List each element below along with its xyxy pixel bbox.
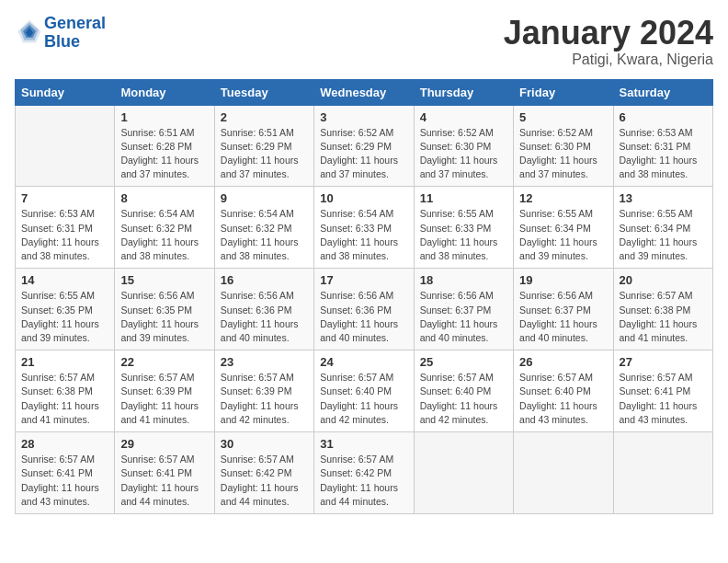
- calendar-cell: 1Sunrise: 6:51 AMSunset: 6:28 PMDaylight…: [115, 105, 214, 187]
- calendar-cell: 5Sunrise: 6:52 AMSunset: 6:30 PMDaylight…: [514, 105, 613, 187]
- calendar-cell: 25Sunrise: 6:57 AMSunset: 6:40 PMDayligh…: [414, 350, 513, 432]
- day-info: Sunrise: 6:53 AMSunset: 6:31 PMDaylight:…: [620, 126, 707, 182]
- day-number: 30: [221, 437, 308, 451]
- day-info: Sunrise: 6:57 AMSunset: 6:40 PMDaylight:…: [519, 371, 607, 427]
- calendar-cell: 22Sunrise: 6:57 AMSunset: 6:39 PMDayligh…: [115, 350, 214, 432]
- header-wednesday: Wednesday: [314, 79, 414, 105]
- day-info: Sunrise: 6:57 AMSunset: 6:41 PMDaylight:…: [21, 453, 108, 509]
- calendar-cell: 30Sunrise: 6:57 AMSunset: 6:42 PMDayligh…: [214, 432, 313, 514]
- day-number: 11: [420, 191, 507, 205]
- day-number: 23: [221, 355, 308, 369]
- day-number: 6: [620, 110, 707, 124]
- day-number: 18: [420, 273, 507, 287]
- header-sunday: Sunday: [16, 79, 115, 105]
- day-info: Sunrise: 6:51 AMSunset: 6:29 PMDaylight:…: [221, 126, 308, 182]
- calendar-cell: 3Sunrise: 6:52 AMSunset: 6:29 PMDaylight…: [314, 105, 414, 187]
- header-monday: Monday: [115, 79, 214, 105]
- day-info: Sunrise: 6:57 AMSunset: 6:42 PMDaylight:…: [221, 453, 308, 509]
- day-number: 27: [620, 355, 707, 369]
- day-info: Sunrise: 6:57 AMSunset: 6:40 PMDaylight:…: [420, 371, 507, 427]
- calendar-cell: 29Sunrise: 6:57 AMSunset: 6:41 PMDayligh…: [115, 432, 214, 514]
- day-number: 24: [320, 355, 407, 369]
- day-info: Sunrise: 6:51 AMSunset: 6:28 PMDaylight:…: [120, 126, 208, 182]
- calendar-cell: 16Sunrise: 6:56 AMSunset: 6:36 PMDayligh…: [214, 269, 313, 350]
- day-info: Sunrise: 6:55 AMSunset: 6:33 PMDaylight:…: [420, 207, 507, 263]
- day-info: Sunrise: 6:56 AMSunset: 6:37 PMDaylight:…: [420, 289, 507, 345]
- calendar-cell: 26Sunrise: 6:57 AMSunset: 6:40 PMDayligh…: [514, 350, 613, 432]
- calendar-header-row: SundayMondayTuesdayWednesdayThursdayFrid…: [16, 79, 713, 105]
- calendar-cell: 19Sunrise: 6:56 AMSunset: 6:37 PMDayligh…: [514, 269, 613, 350]
- day-info: Sunrise: 6:52 AMSunset: 6:29 PMDaylight:…: [320, 126, 407, 182]
- day-info: Sunrise: 6:56 AMSunset: 6:35 PMDaylight:…: [120, 289, 208, 345]
- calendar-table: SundayMondayTuesdayWednesdayThursdayFrid…: [15, 79, 713, 514]
- calendar-cell: 8Sunrise: 6:54 AMSunset: 6:32 PMDaylight…: [115, 187, 214, 269]
- day-info: Sunrise: 6:54 AMSunset: 6:32 PMDaylight:…: [120, 207, 208, 263]
- day-number: 5: [519, 110, 607, 124]
- calendar-cell: 31Sunrise: 6:57 AMSunset: 6:42 PMDayligh…: [314, 432, 414, 514]
- location: Patigi, Kwara, Nigeria: [504, 52, 713, 68]
- day-info: Sunrise: 6:52 AMSunset: 6:30 PMDaylight:…: [420, 126, 507, 182]
- header-tuesday: Tuesday: [214, 79, 313, 105]
- calendar-cell: [414, 432, 513, 514]
- calendar-week-1: 1Sunrise: 6:51 AMSunset: 6:28 PMDaylight…: [16, 105, 713, 187]
- day-number: 9: [221, 191, 308, 205]
- day-info: Sunrise: 6:55 AMSunset: 6:34 PMDaylight:…: [620, 207, 707, 263]
- header-saturday: Saturday: [613, 79, 712, 105]
- calendar-cell: 13Sunrise: 6:55 AMSunset: 6:34 PMDayligh…: [613, 187, 712, 269]
- calendar-cell: 28Sunrise: 6:57 AMSunset: 6:41 PMDayligh…: [16, 432, 115, 514]
- calendar-cell: 12Sunrise: 6:55 AMSunset: 6:34 PMDayligh…: [514, 187, 613, 269]
- day-info: Sunrise: 6:57 AMSunset: 6:39 PMDaylight:…: [120, 371, 208, 427]
- day-info: Sunrise: 6:56 AMSunset: 6:36 PMDaylight:…: [221, 289, 308, 345]
- day-number: 28: [21, 437, 108, 451]
- day-info: Sunrise: 6:54 AMSunset: 6:32 PMDaylight:…: [221, 207, 308, 263]
- logo: General Blue: [15, 15, 106, 52]
- day-number: 12: [519, 191, 607, 205]
- calendar-cell: 15Sunrise: 6:56 AMSunset: 6:35 PMDayligh…: [115, 269, 214, 350]
- calendar-cell: 23Sunrise: 6:57 AMSunset: 6:39 PMDayligh…: [214, 350, 313, 432]
- calendar-cell: [16, 105, 115, 187]
- calendar-week-5: 28Sunrise: 6:57 AMSunset: 6:41 PMDayligh…: [16, 432, 713, 514]
- title-block: January 2024 Patigi, Kwara, Nigeria: [504, 15, 713, 68]
- calendar-cell: 2Sunrise: 6:51 AMSunset: 6:29 PMDaylight…: [214, 105, 313, 187]
- calendar-week-2: 7Sunrise: 6:53 AMSunset: 6:31 PMDaylight…: [16, 187, 713, 269]
- calendar-cell: 18Sunrise: 6:56 AMSunset: 6:37 PMDayligh…: [414, 269, 513, 350]
- header-thursday: Thursday: [414, 79, 513, 105]
- day-number: 19: [519, 273, 607, 287]
- day-number: 31: [320, 437, 407, 451]
- day-number: 26: [519, 355, 607, 369]
- day-info: Sunrise: 6:54 AMSunset: 6:33 PMDaylight:…: [320, 207, 407, 263]
- calendar-cell: 20Sunrise: 6:57 AMSunset: 6:38 PMDayligh…: [613, 269, 712, 350]
- calendar-cell: [613, 432, 712, 514]
- day-number: 2: [221, 110, 308, 124]
- calendar-cell: 24Sunrise: 6:57 AMSunset: 6:40 PMDayligh…: [314, 350, 414, 432]
- day-info: Sunrise: 6:56 AMSunset: 6:36 PMDaylight:…: [320, 289, 407, 345]
- day-number: 15: [120, 273, 208, 287]
- day-info: Sunrise: 6:56 AMSunset: 6:37 PMDaylight:…: [519, 289, 607, 345]
- calendar-cell: 27Sunrise: 6:57 AMSunset: 6:41 PMDayligh…: [613, 350, 712, 432]
- calendar-cell: 9Sunrise: 6:54 AMSunset: 6:32 PMDaylight…: [214, 187, 313, 269]
- day-number: 17: [320, 273, 407, 287]
- logo-general: General: [44, 14, 106, 32]
- day-number: 7: [21, 191, 108, 205]
- day-number: 29: [120, 437, 208, 451]
- day-info: Sunrise: 6:55 AMSunset: 6:34 PMDaylight:…: [519, 207, 607, 263]
- day-info: Sunrise: 6:55 AMSunset: 6:35 PMDaylight:…: [21, 289, 108, 345]
- day-info: Sunrise: 6:53 AMSunset: 6:31 PMDaylight:…: [21, 207, 108, 263]
- day-info: Sunrise: 6:57 AMSunset: 6:41 PMDaylight:…: [120, 453, 208, 509]
- day-info: Sunrise: 6:57 AMSunset: 6:38 PMDaylight:…: [21, 371, 108, 427]
- day-number: 8: [120, 191, 208, 205]
- calendar-cell: 17Sunrise: 6:56 AMSunset: 6:36 PMDayligh…: [314, 269, 414, 350]
- day-number: 20: [620, 273, 707, 287]
- logo-icon: [17, 18, 42, 44]
- calendar-week-4: 21Sunrise: 6:57 AMSunset: 6:38 PMDayligh…: [16, 350, 713, 432]
- day-info: Sunrise: 6:57 AMSunset: 6:38 PMDaylight:…: [620, 289, 707, 345]
- logo-text: General Blue: [44, 15, 106, 52]
- calendar-cell: 7Sunrise: 6:53 AMSunset: 6:31 PMDaylight…: [16, 187, 115, 269]
- day-info: Sunrise: 6:57 AMSunset: 6:41 PMDaylight:…: [620, 371, 707, 427]
- day-info: Sunrise: 6:57 AMSunset: 6:42 PMDaylight:…: [320, 453, 407, 509]
- page-header: General Blue January 2024 Patigi, Kwara,…: [15, 15, 713, 68]
- calendar-cell: 14Sunrise: 6:55 AMSunset: 6:35 PMDayligh…: [16, 269, 115, 350]
- calendar-cell: [514, 432, 613, 514]
- day-number: 16: [221, 273, 308, 287]
- day-number: 14: [21, 273, 108, 287]
